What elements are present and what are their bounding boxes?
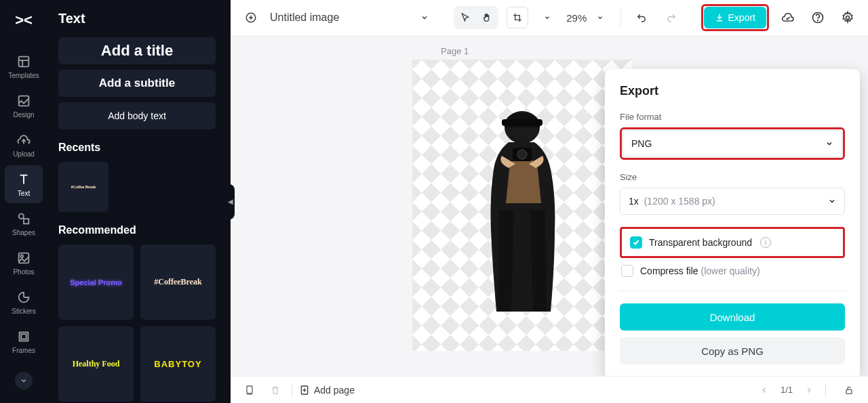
- add-title-button[interactable]: Add a title: [58, 37, 216, 64]
- rail-item-upload[interactable]: Upload: [5, 126, 43, 164]
- size-select[interactable]: 1x (1200 x 1588 px): [620, 188, 845, 215]
- rail-item-stickers[interactable]: Stickers: [5, 283, 43, 321]
- chevron-right-icon: [804, 385, 814, 395]
- rail-item-shapes[interactable]: Shapes: [5, 205, 43, 242]
- recommended-tile-coffee[interactable]: #CoffeeBreak: [140, 245, 216, 320]
- add-page-icon: [299, 385, 310, 396]
- svg-rect-0: [19, 56, 29, 66]
- hand-tool-button[interactable]: [477, 7, 497, 28]
- transparent-bg-checkbox-row[interactable]: Transparent background i: [629, 232, 836, 253]
- svg-point-7: [20, 255, 23, 257]
- left-rail: >< Templates Design Upload Text Shapes P…: [0, 0, 47, 403]
- rail-item-text[interactable]: Text: [5, 165, 43, 203]
- page-label: Page 1: [441, 46, 469, 56]
- gear-icon: [841, 11, 854, 24]
- rail-item-label: Upload: [13, 150, 35, 158]
- compress-checkbox-row[interactable]: Compress file (lower quality): [620, 261, 845, 281]
- cloud-sync-button[interactable]: [777, 7, 799, 28]
- copy-as-png-button[interactable]: Copy as PNG: [620, 337, 845, 364]
- bottom-divider: [825, 383, 826, 397]
- download-button[interactable]: Download: [620, 303, 845, 331]
- rail-item-photos[interactable]: Photos: [5, 244, 43, 282]
- rail-item-frames[interactable]: Frames: [5, 322, 43, 360]
- info-icon[interactable]: i: [760, 237, 771, 248]
- recent-text-tile[interactable]: #Coffee Break: [58, 162, 108, 212]
- rail-more-button[interactable]: [15, 372, 33, 389]
- tile-label: Special Promo: [66, 278, 125, 287]
- file-format-highlight: PNG: [620, 127, 845, 160]
- crop-tool-button[interactable]: [507, 7, 528, 28]
- photos-icon: [16, 251, 31, 266]
- file-format-select[interactable]: PNG: [623, 130, 842, 157]
- tile-label: #CoffeeBreak: [150, 277, 205, 287]
- popover-title: Export: [620, 84, 845, 98]
- unlock-icon: [844, 385, 854, 396]
- svg-rect-18: [247, 386, 252, 394]
- add-page-button[interactable]: Add page: [299, 385, 355, 396]
- chevron-down-icon: [20, 377, 28, 385]
- undo-button[interactable]: [631, 7, 652, 28]
- canvas-image[interactable]: [461, 95, 583, 339]
- home-menu-button[interactable]: [240, 7, 262, 28]
- chevron-down-icon: [825, 140, 833, 148]
- size-label: Size: [620, 172, 845, 182]
- bottom-bar: Add page 1/1: [231, 376, 868, 403]
- zoom-dropdown-button[interactable]: [589, 7, 611, 28]
- canvas-stage[interactable]: Page 1 Export File format: [231, 35, 868, 376]
- frames-icon: [16, 329, 31, 344]
- chevron-left-icon: [760, 385, 769, 395]
- rail-item-design[interactable]: Design: [5, 87, 43, 125]
- text-panel: Text Add a title Add a subtitle Add body…: [47, 0, 226, 403]
- lock-button[interactable]: [840, 381, 859, 400]
- cursor-icon: [460, 12, 471, 23]
- main-area: 29% Export Page 1: [231, 0, 868, 403]
- compress-hint: (lower quality): [701, 266, 760, 276]
- select-tool-button[interactable]: [455, 7, 475, 28]
- export-button[interactable]: Export: [704, 7, 766, 28]
- title-dropdown-button[interactable]: [414, 7, 435, 28]
- recommended-header: Recommended: [58, 224, 216, 236]
- templates-icon: [16, 54, 31, 69]
- svg-rect-5: [24, 219, 28, 224]
- design-icon: [16, 93, 31, 108]
- rail-item-label: Templates: [8, 72, 39, 79]
- hand-icon: [481, 12, 492, 23]
- pages-icon: [244, 385, 255, 396]
- app-logo[interactable]: ><: [10, 7, 37, 34]
- add-body-text-button[interactable]: Add body text: [58, 102, 216, 129]
- add-subtitle-button[interactable]: Add a subtitle: [58, 70, 216, 97]
- menu-icon: [245, 12, 257, 24]
- compress-checkbox[interactable]: [621, 265, 633, 277]
- canvas[interactable]: [412, 60, 632, 351]
- rail-item-label: Frames: [12, 347, 35, 354]
- export-icon: [715, 13, 724, 22]
- rail-item-templates[interactable]: Templates: [5, 47, 43, 85]
- recommended-tile-special[interactable]: Special Promo: [58, 245, 134, 320]
- document-title-input[interactable]: [270, 12, 406, 24]
- page-counter: 1/1: [781, 385, 793, 395]
- crop-dropdown-button[interactable]: [536, 7, 558, 28]
- add-page-label: Add page: [314, 385, 355, 396]
- toolbar-divider: [620, 9, 621, 26]
- svg-rect-9: [21, 334, 26, 339]
- delete-page-button[interactable]: [266, 381, 285, 400]
- prev-page-button[interactable]: [755, 381, 774, 400]
- tile-label: BABYTOY: [150, 359, 205, 369]
- recommended-tile-baby[interactable]: BABYTOY: [140, 326, 216, 402]
- help-icon: [811, 11, 825, 24]
- pages-overview-button[interactable]: [240, 381, 259, 400]
- next-page-button[interactable]: [800, 381, 818, 400]
- recommended-tile-healthy[interactable]: Healthy Food: [58, 326, 134, 402]
- export-button-highlight: Export: [701, 4, 769, 31]
- trash-icon: [270, 385, 281, 396]
- transparent-bg-checkbox[interactable]: [630, 236, 642, 249]
- transparent-bg-label: Transparent background: [649, 237, 752, 248]
- rail-item-label: Design: [13, 111, 34, 119]
- rail-item-label: Text: [18, 190, 30, 197]
- help-button[interactable]: [807, 7, 829, 28]
- undo-icon: [635, 12, 648, 24]
- svg-rect-22: [846, 389, 852, 394]
- settings-button[interactable]: [837, 7, 859, 28]
- redo-button[interactable]: [660, 7, 682, 28]
- svg-point-13: [846, 16, 850, 20]
